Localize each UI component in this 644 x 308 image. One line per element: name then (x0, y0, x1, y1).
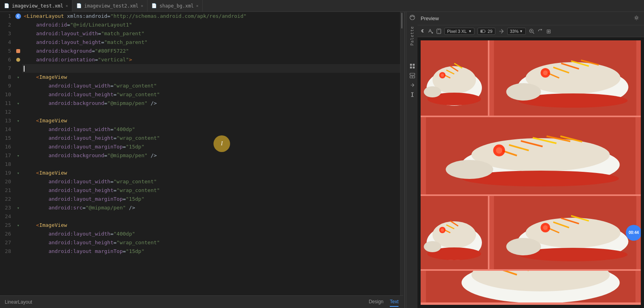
svg-point-51 (472, 138, 610, 171)
layout-toggle-button[interactable]: ⊞ (546, 28, 551, 34)
code-line-20: android:layout_width="wrap_content" (22, 177, 400, 186)
tab-label-3: shape_bg.xml (159, 3, 194, 9)
xml-icon-3: 📄 (151, 3, 157, 8)
status-label: LinearLayout (5, 299, 32, 305)
code-line-26: android:layout_width="400dp" (22, 230, 400, 238)
scrollbar-thumb[interactable] (401, 13, 402, 29)
code-line-19: <ImageView (22, 169, 400, 177)
battery-indicator[interactable]: 29 (478, 28, 495, 35)
svg-point-61 (446, 160, 493, 179)
device-back-button[interactable] (421, 29, 425, 34)
shoe-image-small-3 (421, 196, 488, 269)
palette-label: Palette (410, 26, 414, 46)
panel-divider[interactable] (403, 12, 406, 308)
image-row-3: 00:44 (421, 196, 641, 269)
sidebar-palette-strip: Palette (406, 12, 417, 308)
tab-shape-bg[interactable]: 📄 shape_bg.xml ✕ (147, 0, 203, 11)
svg-rect-6 (410, 67, 412, 68)
editor-area: 1234 5678 9101112 13141516 17181920 2122… (0, 12, 403, 308)
tab-imageview-test[interactable]: 📄 imageview_test.xml ✕ (0, 0, 72, 11)
preview-area: Preview (417, 12, 644, 308)
phone-preview: 00:44 (421, 40, 641, 305)
code-line-1: <LinearLayout xmlns:android="http://sche… (22, 12, 400, 21)
palette-icon[interactable] (408, 13, 416, 21)
paint-icon[interactable] (428, 29, 433, 34)
svg-rect-7 (413, 67, 415, 68)
xml-icon-2: 📄 (76, 3, 82, 8)
tab-close-1[interactable]: ✕ (66, 4, 68, 8)
device-icon[interactable] (436, 29, 441, 34)
tab-close-3[interactable]: ✕ (196, 4, 198, 8)
svg-rect-4 (410, 64, 412, 66)
code-line-11: android:background="@mipmap/pen" /> (22, 99, 400, 108)
tab-bar: 📄 imageview_test.xml ✕ 📄 imageview_test2… (0, 0, 644, 12)
svg-point-46 (543, 70, 548, 75)
svg-point-1 (410, 16, 411, 17)
code-line-21: android:layout_height="wrap_content" (22, 186, 400, 195)
code-line-12 (22, 108, 400, 116)
code-editor[interactable]: <LinearLayout xmlns:android="http://sche… (22, 12, 400, 295)
xml-icon: 📄 (4, 3, 9, 8)
svg-point-48 (506, 83, 541, 101)
svg-point-69 (441, 228, 444, 232)
preview-content: 00:44 (417, 37, 644, 308)
svg-rect-5 (413, 64, 415, 66)
grid-icon[interactable] (408, 62, 416, 70)
tab-label-2: imageview_test2.xml (84, 3, 138, 9)
zoom-selector[interactable]: 33% ▼ (507, 28, 526, 35)
svg-point-2 (412, 15, 412, 16)
battery-level: 29 (487, 29, 492, 34)
device-selector[interactable]: Pixel 3 XL ▼ (444, 28, 474, 35)
svg-point-71 (424, 241, 441, 252)
zoom-dropdown-icon: ▼ (519, 29, 523, 33)
expand-button[interactable] (499, 29, 504, 34)
code-line-9: android:layout_width="wrap_content" (22, 82, 400, 90)
code-line-8: <ImageView (22, 73, 400, 82)
code-line-13: <ImageView (22, 116, 400, 125)
svg-point-34 (441, 74, 444, 77)
code-line-28: android:layout marginTop="15dp" (22, 247, 400, 256)
svg-point-14 (636, 17, 638, 19)
gutter: C ▾ ▾ (14, 12, 22, 295)
tab-imageview-test2[interactable]: 📄 imageview_test2.xml ✕ (72, 0, 147, 11)
svg-point-19 (438, 32, 439, 33)
code-line-3: android:layout_width="match_parent" (22, 29, 400, 38)
arrow-icon[interactable] (408, 81, 416, 89)
code-line-10: android:layout_height="wrap_content" (22, 90, 400, 99)
tab-close-2[interactable]: ✕ (141, 4, 143, 8)
timer-badge: 00:44 (626, 225, 641, 241)
image-row-2 (421, 117, 641, 194)
code-line-17: android:background="@mipmap/pen" /> (22, 151, 400, 160)
code-line-2: android:id="@+id/LinearLayout1" (22, 21, 400, 29)
tab-text[interactable]: Text (390, 297, 398, 307)
preview-title: Preview (421, 15, 439, 21)
text-cursor-icon[interactable] (408, 91, 416, 99)
rotate-button[interactable] (538, 29, 543, 34)
main-content: 1234 5678 9101112 13141516 17181920 2122… (0, 12, 644, 308)
svg-rect-8 (410, 73, 415, 75)
svg-point-36 (424, 86, 441, 97)
tab-design[interactable]: Design (369, 297, 383, 307)
svg-rect-21 (481, 30, 483, 32)
zoom-in-button[interactable] (529, 29, 534, 34)
svg-point-80 (543, 225, 548, 230)
code-line-6: android:orientation="vertical"> (22, 55, 400, 64)
settings-button[interactable] (632, 14, 641, 23)
code-line-27: android:layout_height="wrap_content" (22, 238, 400, 247)
svg-point-16 (432, 32, 433, 34)
image-row-1 (421, 40, 641, 116)
code-line-7 (22, 64, 400, 73)
code-line-15: android:layout_height="wrap_content" (22, 134, 400, 143)
tab-label: imageview_test.xml (12, 3, 63, 9)
chevron-down-icon: ▼ (468, 29, 472, 33)
shoe-image-small-1 (421, 40, 488, 116)
svg-point-59 (496, 147, 502, 154)
layout-icon[interactable] (408, 72, 416, 80)
code-line-4: android:layout_height="match_parent" (22, 38, 400, 47)
shoe-image-large-1 (489, 40, 641, 116)
code-line-14: android:layout_width="400dp" (22, 125, 400, 134)
preview-header: Preview (417, 12, 644, 25)
scrollbar-track[interactable] (400, 12, 403, 295)
code-line-23: android:src="@mipmap/pen" /> (22, 203, 400, 212)
code-line-18 (22, 160, 400, 169)
